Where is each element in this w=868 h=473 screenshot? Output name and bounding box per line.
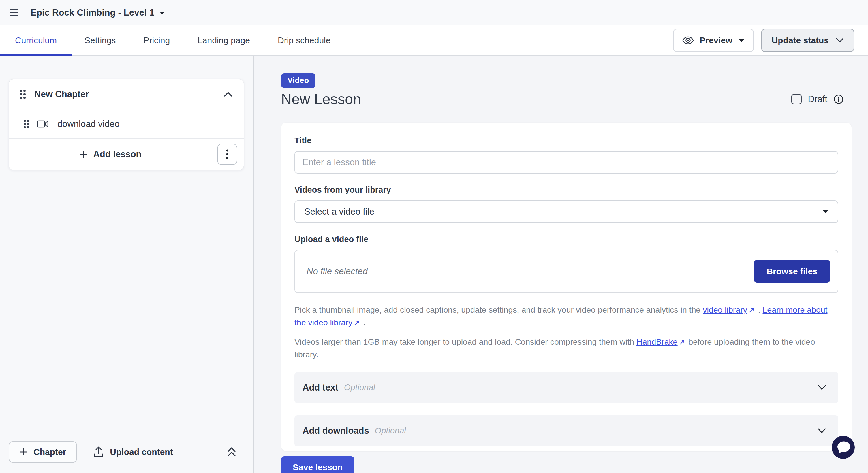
hamburger-menu-icon[interactable] bbox=[9, 9, 19, 17]
add-text-section[interactable]: Add text Optional bbox=[294, 372, 838, 403]
preview-button-label: Preview bbox=[700, 35, 732, 45]
drag-handle-icon[interactable] bbox=[19, 89, 26, 100]
plus-icon bbox=[20, 448, 28, 456]
tab-bar: Curriculum Settings Pricing Landing page… bbox=[0, 25, 868, 56]
kebab-menu-icon bbox=[226, 149, 229, 159]
save-lesson-button[interactable]: Save lesson bbox=[281, 456, 354, 473]
caret-down-icon bbox=[823, 210, 829, 214]
external-link-icon: ↗ bbox=[678, 338, 686, 346]
update-status-button[interactable]: Update status bbox=[761, 29, 854, 52]
file-upload-box: No file selected Browse files bbox=[294, 250, 838, 293]
tab-drip-schedule[interactable]: Drip schedule bbox=[278, 25, 331, 55]
tab-landing-page[interactable]: Landing page bbox=[197, 25, 250, 55]
upload-content-label: Upload content bbox=[110, 447, 173, 457]
external-link-icon: ↗ bbox=[352, 318, 361, 327]
video-library-selected-value: Select a video file bbox=[304, 207, 374, 217]
help2-text: Videos larger than 1GB may take longer t… bbox=[294, 337, 637, 346]
collapse-all-icon[interactable] bbox=[227, 447, 237, 457]
page-title: New Lesson bbox=[281, 91, 361, 107]
lesson-row-download-video[interactable]: download video bbox=[9, 109, 244, 139]
help1-text: Pick a thumbnail image, add closed capti… bbox=[294, 305, 703, 314]
draft-checkbox[interactable] bbox=[791, 94, 802, 104]
add-chapter-label: Chapter bbox=[33, 447, 66, 457]
add-lesson-row: Add lesson bbox=[9, 139, 244, 170]
chevron-down-icon bbox=[817, 385, 826, 390]
draft-label: Draft bbox=[808, 94, 827, 104]
help1-separator: . bbox=[756, 305, 763, 314]
lesson-editor-panel: Video New Lesson Draft Title bbox=[254, 56, 868, 473]
course-title: Epic Rock Climbing - Level 1 bbox=[31, 7, 154, 18]
chapter-title: New Chapter bbox=[34, 89, 89, 99]
lesson-header: Video New Lesson Draft bbox=[281, 73, 851, 107]
add-lesson-label: Add lesson bbox=[93, 149, 141, 159]
drag-handle-icon[interactable] bbox=[23, 119, 30, 129]
chevron-down-icon bbox=[836, 38, 844, 43]
upload-help-text-1: Pick a thumbnail image, add closed capti… bbox=[294, 304, 838, 329]
preview-button[interactable]: Preview bbox=[673, 29, 753, 52]
lesson-type-badge: Video bbox=[281, 73, 315, 88]
add-chapter-button[interactable]: Chapter bbox=[9, 441, 77, 463]
add-lesson-button[interactable]: Add lesson bbox=[79, 149, 141, 159]
library-field-label: Videos from your library bbox=[294, 185, 838, 195]
chapter-card: New Chapter bbox=[9, 79, 244, 170]
eye-icon bbox=[682, 36, 694, 44]
tab-settings[interactable]: Settings bbox=[85, 25, 116, 55]
caret-down-icon bbox=[159, 11, 165, 15]
video-camera-icon bbox=[37, 120, 49, 128]
lesson-title: download video bbox=[57, 119, 119, 129]
help1-end: . bbox=[361, 318, 366, 327]
add-downloads-label: Add downloads bbox=[303, 426, 369, 436]
draft-toggle-group: Draft bbox=[791, 94, 851, 104]
course-switcher[interactable]: Epic Rock Climbing - Level 1 bbox=[31, 7, 165, 18]
video-library-link[interactable]: video library bbox=[703, 305, 747, 314]
upload-help-text-2: Videos larger than 1GB may take longer t… bbox=[294, 336, 838, 361]
chapter-header[interactable]: New Chapter bbox=[9, 79, 244, 109]
optional-label: Optional bbox=[344, 383, 375, 392]
handbrake-link[interactable]: HandBrake bbox=[637, 337, 678, 346]
tab-actions: Preview Update status bbox=[673, 29, 854, 52]
chapter-options-button[interactable] bbox=[217, 144, 237, 165]
top-bar: Epic Rock Climbing - Level 1 bbox=[0, 0, 868, 25]
add-downloads-section[interactable]: Add downloads Optional bbox=[294, 415, 838, 446]
chat-widget-button[interactable] bbox=[832, 436, 855, 459]
update-status-label: Update status bbox=[772, 35, 829, 45]
plus-icon bbox=[79, 150, 88, 159]
no-file-text: No file selected bbox=[307, 266, 368, 277]
external-link-icon: ↗ bbox=[747, 306, 756, 314]
chevron-down-icon bbox=[817, 428, 826, 434]
optional-label: Optional bbox=[375, 426, 406, 436]
title-field-label: Title bbox=[294, 136, 838, 145]
chevron-up-icon[interactable] bbox=[223, 91, 233, 97]
caret-down-icon bbox=[738, 38, 745, 42]
lesson-form-card: Title Videos from your library Select a … bbox=[281, 123, 851, 451]
lesson-title-input[interactable] bbox=[294, 151, 838, 174]
video-library-select[interactable]: Select a video file bbox=[294, 200, 838, 223]
sidebar-footer: Chapter Upload content bbox=[0, 435, 253, 473]
upload-content-button[interactable]: Upload content bbox=[94, 446, 173, 458]
browse-files-button[interactable]: Browse files bbox=[754, 260, 830, 283]
add-text-label: Add text bbox=[303, 382, 338, 393]
curriculum-sidebar: New Chapter bbox=[0, 56, 254, 473]
tab-pricing[interactable]: Pricing bbox=[143, 25, 170, 55]
tab-curriculum[interactable]: Curriculum bbox=[15, 25, 57, 55]
workspace: New Chapter bbox=[0, 56, 868, 473]
info-icon[interactable] bbox=[834, 94, 843, 104]
upload-field-label: Upload a video file bbox=[294, 234, 838, 244]
upload-icon bbox=[94, 446, 103, 458]
